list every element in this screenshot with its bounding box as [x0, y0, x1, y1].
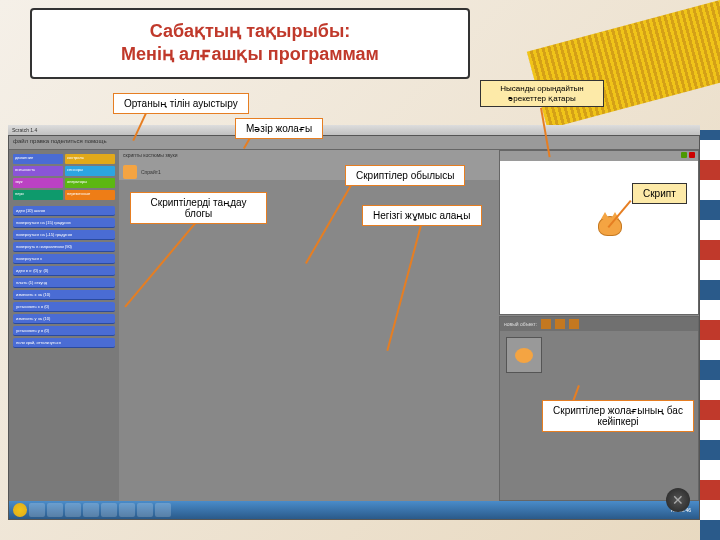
block-palette: движение контроль внешность сенсоры звук…	[9, 150, 119, 501]
callout-script: Скрипт	[632, 183, 687, 204]
block[interactable]: изменить x на (10)	[13, 290, 115, 300]
windows-taskbar[interactable]: Ru 10:46	[9, 501, 699, 519]
scripts-tabs[interactable]: скрипты костюмы звуки	[119, 150, 499, 164]
title-line2: Менің алғашқы программам	[121, 44, 379, 64]
category-operators[interactable]: операторы	[65, 178, 115, 188]
sprite-thumbnail-icon[interactable]	[123, 165, 137, 179]
title-line1: Сабақтың тақырыбы:	[150, 21, 351, 41]
category-sound[interactable]: звук	[13, 178, 63, 188]
block[interactable]: повернуть в направлении (90)	[13, 242, 115, 252]
lesson-title-card: Сабақтың тақырыбы: Менің алғашқы програм…	[30, 8, 470, 79]
sprite-thumbnail[interactable]	[506, 337, 542, 373]
callout-script-area: Скриптілер обылысы	[345, 165, 465, 186]
category-variables[interactable]: переменные	[65, 190, 115, 200]
category-looks[interactable]: внешность	[13, 166, 63, 176]
lesson-title: Сабақтың тақырыбы: Менің алғашқы програм…	[47, 20, 453, 67]
category-sensing[interactable]: сенсоры	[65, 166, 115, 176]
scratch-window: файл правка поделиться помощь движение к…	[8, 135, 700, 520]
block[interactable]: идти (10) шагов	[13, 206, 115, 216]
category-grid: движение контроль внешность сенсоры звук…	[13, 154, 115, 200]
callout-text: Скриптілер жолағының бас кейіпкері	[553, 405, 683, 427]
explorer-icon[interactable]	[47, 503, 63, 517]
callout-object-actions: Нысанды орындайтын әрекеттер қатары	[480, 80, 604, 107]
app-icon[interactable]	[137, 503, 153, 517]
chrome-icon[interactable]	[83, 503, 99, 517]
callout-text: Мәзір жолағы	[246, 123, 312, 134]
callout-text: Скриптілер обылысы	[356, 170, 454, 181]
stage-header	[500, 151, 698, 161]
callout-text: Скрипт	[643, 188, 676, 199]
paint-icon[interactable]	[541, 319, 551, 329]
category-control[interactable]: контроль	[65, 154, 115, 164]
exit-button[interactable]: ✕	[666, 488, 690, 512]
scripts-canvas[interactable]	[119, 180, 499, 501]
block[interactable]: установить y в (0)	[13, 326, 115, 336]
callout-text: Негізгі жұмыс алаңы	[373, 210, 471, 221]
block[interactable]: если край, оттолкнуться	[13, 338, 115, 348]
cat-icon	[515, 348, 533, 363]
block[interactable]: установить x в (0)	[13, 302, 115, 312]
window-title: Scratch 1.4	[12, 127, 37, 133]
callout-language: Ортаның тілін ауыстыру	[113, 93, 249, 114]
category-motion[interactable]: движение	[13, 154, 63, 164]
menu-bar[interactable]: файл правка поделиться помощь	[9, 136, 699, 150]
media-icon[interactable]	[65, 503, 81, 517]
scratch-icon[interactable]	[155, 503, 171, 517]
stop-icon[interactable]	[689, 152, 695, 158]
block[interactable]: повернуться на (15) градусов	[13, 218, 115, 228]
callout-workarea: Негізгі жұмыс алаңы	[362, 205, 482, 226]
word-icon[interactable]	[101, 503, 117, 517]
block[interactable]: идти в x: (0) y: (0)	[13, 266, 115, 276]
stage-area	[499, 150, 699, 315]
powerpoint-icon[interactable]	[119, 503, 135, 517]
callout-menu: Мәзір жолағы	[235, 118, 323, 139]
start-button-icon[interactable]	[13, 503, 27, 517]
close-icon: ✕	[672, 492, 684, 508]
menu-items[interactable]: файл правка поделиться помощь	[13, 138, 107, 144]
callout-blocks: Скриптілерді таңдау блогы	[130, 192, 267, 224]
block[interactable]: изменить y на (10)	[13, 314, 115, 324]
callout-text: Ортаның тілін ауыстыру	[124, 98, 238, 109]
callout-sprite-row: Скриптілер жолағының бас кейіпкері	[542, 400, 694, 432]
new-object-label: новый объект:	[504, 321, 537, 327]
green-flag-icon[interactable]	[681, 152, 687, 158]
surprise-icon[interactable]	[569, 319, 579, 329]
callout-text: Скриптілерді таңдау блогы	[141, 197, 256, 219]
sprite-list-header: новый объект:	[500, 317, 698, 331]
category-pen[interactable]: перо	[13, 190, 63, 200]
ie-icon[interactable]	[29, 503, 45, 517]
import-icon[interactable]	[555, 319, 565, 329]
block[interactable]: плыть (1) секунд	[13, 278, 115, 288]
sprite-name: Спрайт1	[141, 169, 161, 175]
callout-text: Нысанды орындайтын әрекеттер қатары	[487, 84, 597, 103]
block[interactable]: повернуться на (-15) градусов	[13, 230, 115, 240]
block[interactable]: повернуться к	[13, 254, 115, 264]
